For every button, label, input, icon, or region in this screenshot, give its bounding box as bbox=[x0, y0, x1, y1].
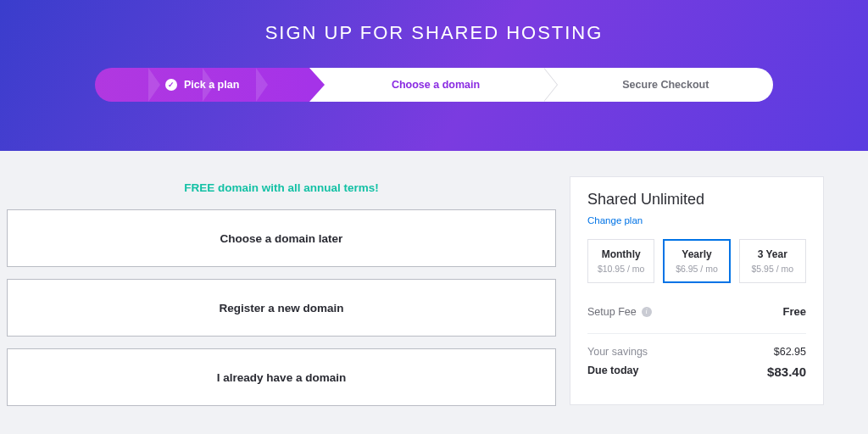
term-selector: Monthly $10.95 / mo Yearly $6.95 / mo 3 … bbox=[587, 239, 806, 283]
hero-banner: SIGN UP FOR SHARED HOSTING ✓ Pick a plan… bbox=[0, 0, 868, 151]
setup-fee-row: Setup Fee i Free bbox=[587, 305, 806, 334]
term-label: Monthly bbox=[592, 248, 650, 260]
content-area: FREE domain with all annual terms! Choos… bbox=[0, 151, 868, 418]
option-already-have[interactable]: I already have a domain bbox=[7, 348, 556, 406]
step-choose-domain[interactable]: Choose a domain bbox=[309, 68, 542, 102]
option-label: Choose a domain later bbox=[220, 232, 343, 245]
setup-fee-label: Setup Fee bbox=[587, 306, 637, 318]
domain-options: FREE domain with all annual terms! Choos… bbox=[0, 151, 570, 418]
due-value: $83.40 bbox=[767, 364, 806, 379]
term-monthly[interactable]: Monthly $10.95 / mo bbox=[587, 239, 654, 283]
info-icon[interactable]: i bbox=[642, 307, 652, 317]
step-label: Secure Checkout bbox=[622, 79, 709, 91]
plan-name: Shared Unlimited bbox=[587, 191, 806, 209]
order-summary: Shared Unlimited Change plan Monthly $10… bbox=[570, 151, 841, 418]
option-register-new[interactable]: Register a new domain bbox=[7, 279, 556, 337]
due-today-row: Due today $83.40 bbox=[587, 364, 806, 379]
term-price: $5.95 / mo bbox=[743, 264, 802, 274]
term-price: $10.95 / mo bbox=[592, 264, 650, 274]
term-label: Yearly bbox=[667, 248, 726, 260]
option-choose-later[interactable]: Choose a domain later bbox=[7, 209, 556, 267]
summary-card: Shared Unlimited Change plan Monthly $10… bbox=[570, 176, 824, 405]
page-title: SIGN UP FOR SHARED HOSTING bbox=[0, 22, 868, 44]
check-icon: ✓ bbox=[165, 79, 177, 91]
savings-label: Your savings bbox=[587, 346, 648, 358]
step-label: Choose a domain bbox=[392, 79, 480, 91]
progress-steps: ✓ Pick a plan Choose a domain Secure Che… bbox=[95, 68, 773, 102]
step-secure-checkout[interactable]: Secure Checkout bbox=[543, 68, 773, 102]
step-pick-plan[interactable]: ✓ Pick a plan bbox=[95, 68, 309, 102]
term-yearly[interactable]: Yearly $6.95 / mo bbox=[663, 239, 730, 283]
change-plan-link[interactable]: Change plan bbox=[587, 215, 643, 225]
promo-text: FREE domain with all annual terms! bbox=[7, 181, 556, 194]
option-label: Register a new domain bbox=[219, 302, 343, 314]
due-label: Due today bbox=[587, 364, 638, 379]
term-label: 3 Year bbox=[743, 248, 802, 260]
term-price: $6.95 / mo bbox=[667, 264, 726, 274]
option-label: I already have a domain bbox=[217, 371, 346, 384]
savings-row: Your savings $62.95 bbox=[587, 346, 806, 358]
setup-fee-value: Free bbox=[783, 305, 806, 318]
term-3year[interactable]: 3 Year $5.95 / mo bbox=[739, 239, 806, 283]
savings-value: $62.95 bbox=[774, 346, 806, 358]
